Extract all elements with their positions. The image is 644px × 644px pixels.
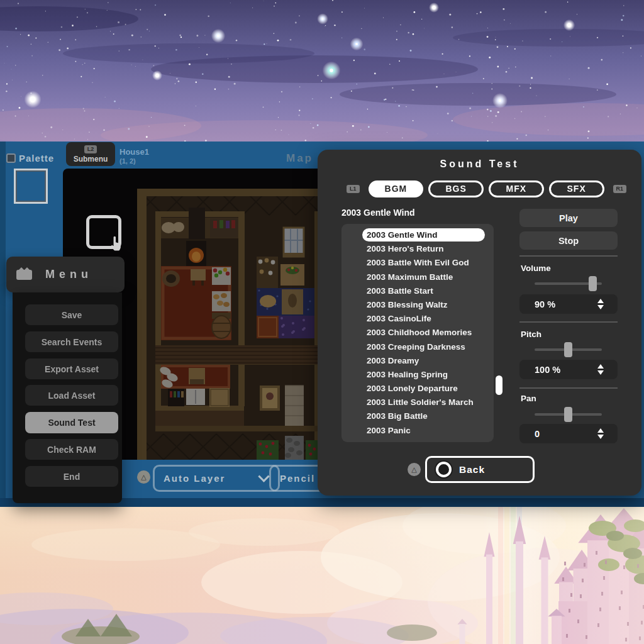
sound-category-tabs: L1 BGMBGSMFXSFX R1: [347, 180, 626, 197]
track-item[interactable]: 2003 Lonely Departure: [341, 382, 494, 396]
track-item[interactable]: 2003 Healing Spring: [341, 368, 494, 382]
starry-sky-background: [0, 0, 644, 142]
hand-pointer-icon: [108, 235, 125, 251]
layer-dropdown-value: Auto Layer: [164, 473, 225, 484]
pitch-slider-thumb[interactable]: [564, 342, 572, 357]
submenu-label: Submenu: [74, 155, 108, 164]
palette-tile-preview[interactable]: [14, 169, 48, 204]
menu-item-end[interactable]: End: [25, 466, 118, 487]
track-item[interactable]: 2003 Gentle Wind: [362, 228, 485, 242]
volume-slider-thumb[interactable]: [589, 276, 597, 291]
menu-panel: Menu SaveSearch EventsExport AssetLoad A…: [6, 257, 125, 503]
volume-label: Volume: [521, 264, 551, 273]
divider: [519, 321, 618, 323]
l2-badge-icon: L2: [84, 145, 97, 153]
tab-sfx[interactable]: SFX: [549, 180, 604, 197]
track-item[interactable]: 2003 Little Soldier's March: [341, 396, 494, 409]
back-button[interactable]: Back: [425, 456, 535, 483]
volume-value: 90 %: [535, 299, 597, 309]
tab-bgs[interactable]: BGS: [428, 180, 484, 197]
spinner-arrows-icon[interactable]: [597, 428, 604, 439]
menu-item-search-events[interactable]: Search Events: [25, 331, 118, 352]
track-item[interactable]: 2003 Hero's Return: [341, 242, 494, 256]
track-item[interactable]: 2003 Battle With Evil God: [341, 256, 494, 270]
palette-label: Palette: [19, 153, 54, 164]
track-item[interactable]: 2003 Maximum Battle: [341, 270, 494, 284]
map-tab-house1[interactable]: House1 (1, 2): [119, 147, 149, 165]
scrollbar-thumb[interactable]: [496, 375, 502, 395]
volume-slider[interactable]: [535, 276, 602, 291]
track-item[interactable]: 2003 CasinoLife: [341, 312, 494, 326]
dialog-title: Sound Test: [318, 158, 641, 170]
map-tab-coords: (1, 2): [119, 157, 149, 165]
pan-slider-thumb[interactable]: [564, 407, 572, 422]
palette-header: Palette: [6, 153, 54, 164]
now-playing-label: 2003 Gentle Wind: [341, 208, 415, 218]
r1-badge-icon: R1: [613, 185, 627, 193]
tab-mfx[interactable]: MFX: [489, 180, 544, 197]
track-item[interactable]: 2003 Big Battle: [341, 409, 494, 423]
editor-title: Map: [286, 152, 313, 165]
track-item[interactable]: 2003 Blessing Waltz: [341, 298, 494, 312]
triangle-button-icon: [137, 470, 150, 484]
track-item[interactable]: 2003 Childhood Memories: [341, 326, 494, 340]
castle-sunset-background: [0, 507, 644, 644]
spinner-arrows-icon[interactable]: [597, 299, 604, 309]
menu-title: Menu: [32, 268, 106, 281]
menu-body: SaveSearch EventsExport AssetLoad AssetS…: [13, 292, 122, 503]
circle-button-icon: [436, 462, 452, 477]
screen: Palette L2 Submenu House1 (1, 2) Map Aut…: [0, 0, 644, 644]
submenu-tab[interactable]: L2 Submenu: [66, 142, 115, 166]
sound-test-dialog: Sound Test L1 BGMBGSMFXSFX R1 2003 Gentl…: [318, 150, 641, 496]
menu-item-check-ram[interactable]: Check RAM: [25, 439, 118, 460]
pan-value: 0: [535, 429, 597, 439]
track-item[interactable]: 2003 Panic: [341, 424, 494, 438]
pitch-slider[interactable]: [535, 342, 602, 357]
chevron-down-icon: [258, 470, 269, 482]
track-item[interactable]: 2003 Dreamy: [341, 354, 494, 368]
menu-item-save[interactable]: Save: [25, 304, 118, 325]
divider: [519, 387, 618, 389]
spinner-arrows-icon[interactable]: [597, 364, 604, 375]
menu-item-sound-test[interactable]: Sound Test: [25, 412, 118, 433]
triangle-button-icon: [408, 463, 421, 476]
menu-header: Menu: [6, 257, 125, 292]
menu-item-export-asset[interactable]: Export Asset: [25, 358, 118, 379]
divider: [519, 255, 618, 257]
tool-dropdown-value: Pencil: [280, 473, 315, 484]
pitch-spinner[interactable]: 100 %: [519, 360, 618, 379]
volume-spinner[interactable]: 90 %: [519, 294, 618, 314]
touchpad-icon: [16, 270, 32, 280]
pan-slider[interactable]: [535, 407, 602, 422]
play-button[interactable]: Play: [519, 209, 618, 227]
l1-badge-icon: L1: [347, 185, 360, 193]
track-list[interactable]: 2003 Gentle Wind2003 Hero's Return2003 B…: [341, 224, 494, 442]
touchpad-button-icon: [6, 153, 16, 163]
menu-item-load-asset[interactable]: Load Asset: [25, 385, 118, 406]
pan-spinner[interactable]: 0: [519, 424, 618, 443]
track-item[interactable]: 2003 Battle Start: [341, 284, 494, 298]
back-label: Back: [459, 464, 485, 475]
editor-left-strip: [0, 142, 6, 507]
pan-label: Pan: [521, 394, 536, 403]
pitch-value: 100 %: [535, 365, 597, 375]
tab-bgm[interactable]: BGM: [369, 180, 424, 197]
stop-button[interactable]: Stop: [519, 231, 618, 250]
map-tab-name: House1: [119, 147, 149, 157]
layer-dropdown[interactable]: Auto Layer: [153, 465, 280, 492]
pitch-label: Pitch: [521, 330, 541, 339]
track-item[interactable]: 2003 Creeping Darkness: [341, 340, 494, 354]
